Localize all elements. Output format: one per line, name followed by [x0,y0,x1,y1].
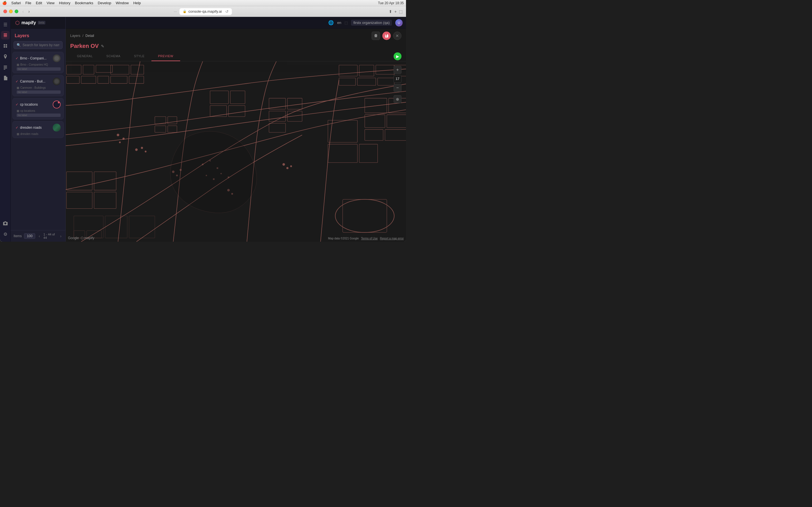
layer-sub-name: Brno - Companies HQ [20,63,48,66]
layer-sub-name: dresden roads [20,132,38,135]
zoom-out-button[interactable]: − [394,84,402,92]
locate-button[interactable]: ⊕ [394,95,402,103]
menu-safari[interactable]: Safari [11,1,21,5]
tabs-button[interactable]: ⬚ [399,9,403,14]
tab-schema[interactable]: SCHEMA [100,52,127,61]
svg-point-57 [145,151,146,152]
menu-edit[interactable]: Edit [36,1,42,5]
nav-file[interactable] [1,74,10,82]
menu-help[interactable]: Help [133,1,141,5]
menu-file[interactable]: File [26,1,31,5]
save-button[interactable] [382,32,391,40]
org-selector[interactable]: firstx organization (qa) [351,20,392,25]
maximize-button[interactable] [15,10,18,13]
close-button[interactable] [3,10,7,13]
items-label: Items [13,234,22,238]
breadcrumb-parent[interactable]: Layers [70,34,80,38]
close-button[interactable]: ✕ [393,32,402,40]
globe-icon[interactable]: 🌐 [328,20,334,25]
svg-rect-0 [4,34,7,34]
menu-history[interactable]: History [59,1,70,5]
list-item[interactable]: ✓ dresden roads ▦ dresden roads [12,121,64,138]
list-item[interactable]: ✓ Canmore - Buil... ▦ Canmore - Building… [12,75,64,96]
layer-title-row: Parken OV ✎ [66,42,406,52]
layer-db-icon: ▦ [17,109,19,112]
new-tab-button[interactable]: + [395,9,397,14]
search-container: 🔍 [11,41,65,52]
detail-actions: ✕ [371,32,402,40]
macos-menubar: 🍎 Safari File Edit View History Bookmark… [0,0,406,6]
svg-rect-9 [4,68,7,68]
nav-dashboard[interactable] [1,42,10,50]
nav-hamburger[interactable]: ☰ [1,20,10,29]
menu-view[interactable]: View [47,1,54,5]
layer-title: Parken OV [70,43,99,49]
terms-link[interactable]: Terms of Use [361,237,378,240]
svg-rect-7 [4,66,7,66]
nav-settings[interactable]: ⚙ [1,230,10,238]
svg-rect-4 [6,44,7,46]
search-box[interactable]: 🔍 [13,41,63,49]
map-attribution-left: Google ⬡ mapify [68,236,94,240]
svg-point-65 [290,166,292,167]
layers-footer: Items 100 ‹ 1 - 44 of 44 › [11,230,65,242]
items-count-box[interactable]: 100 [24,233,35,239]
apple-menu[interactable]: 🍎 [2,1,7,5]
lock-icon: 🔒 [183,10,187,13]
menu-bookmarks[interactable]: Bookmarks [75,1,93,5]
lang-selector[interactable]: en [337,20,341,25]
nav-camera[interactable] [1,219,10,228]
layer-name: dresden roads [20,126,51,129]
search-input[interactable] [22,43,59,47]
map-data-text: Map data ©2021 Google [328,237,359,240]
play-button[interactable]: ▶ [394,52,402,60]
minimize-button[interactable] [9,10,13,13]
menu-develop[interactable]: Develop [98,1,111,5]
nav-layers[interactable] [1,31,10,40]
report-link[interactable]: Report a map error [380,237,404,240]
list-item[interactable]: ✓ cp locations ▦ cp locations No label [12,98,64,119]
menu-window[interactable]: Window [116,1,129,5]
nav-data[interactable] [1,63,10,71]
list-item[interactable]: ✓ Brno - Compani... ▦ Brno - Companies H… [12,52,64,73]
next-page-button[interactable]: › [59,233,63,239]
browser-toolbar-right: ⬆ + ⬚ [389,9,403,14]
brand-beta: beta [38,21,45,24]
zoom-level: 17 [394,75,402,83]
svg-rect-1 [4,35,7,36]
user-avatar[interactable]: U [395,19,403,26]
layer-thumbnail [53,54,61,62]
svg-rect-6 [6,46,7,48]
prev-page-button[interactable]: ‹ [38,233,41,239]
layers-title: Layers [11,29,65,41]
svg-point-73 [217,167,218,169]
edit-icon[interactable]: ✎ [101,44,104,48]
breadcrumb-separator: / [82,34,83,38]
map-attribution: Map data ©2021 Google Terms of Use Repor… [328,237,404,240]
reload-button[interactable]: ↺ [225,9,229,14]
tab-style[interactable]: STYLE [127,52,151,61]
nav-pin[interactable] [1,52,10,61]
layer-db-icon: ▦ [17,63,19,66]
tabs-indicator[interactable]: ··· [174,9,177,13]
zoom-in-button[interactable]: + [394,66,402,74]
share-button[interactable]: ⬆ [389,9,392,14]
svg-point-71 [202,164,203,165]
tab-preview[interactable]: PREVIEW [151,52,180,61]
back-button[interactable]: ‹ [20,8,26,15]
layer-thumbnail [53,124,61,131]
layer-check-icon: ✓ [15,56,18,60]
app-header-bar: 🌐 en ⬚ firstx organization (qa) U [66,17,406,29]
svg-rect-5 [4,46,5,48]
forward-button[interactable]: › [27,8,31,15]
layer-name: cp locations [20,103,51,107]
url-bar[interactable]: 🔒 console-qa.mapify.ai ↺ [179,8,232,15]
url-text: console-qa.mapify.ai [188,9,221,13]
tab-general[interactable]: GENERAL [70,52,100,61]
svg-point-55 [135,149,138,151]
search-icon: 🔍 [17,43,21,47]
svg-rect-3 [4,44,5,46]
layer-label-badge: No label [17,114,61,117]
delete-button[interactable] [371,32,380,40]
layer-item-header: ✓ Brno - Compani... [15,54,61,62]
